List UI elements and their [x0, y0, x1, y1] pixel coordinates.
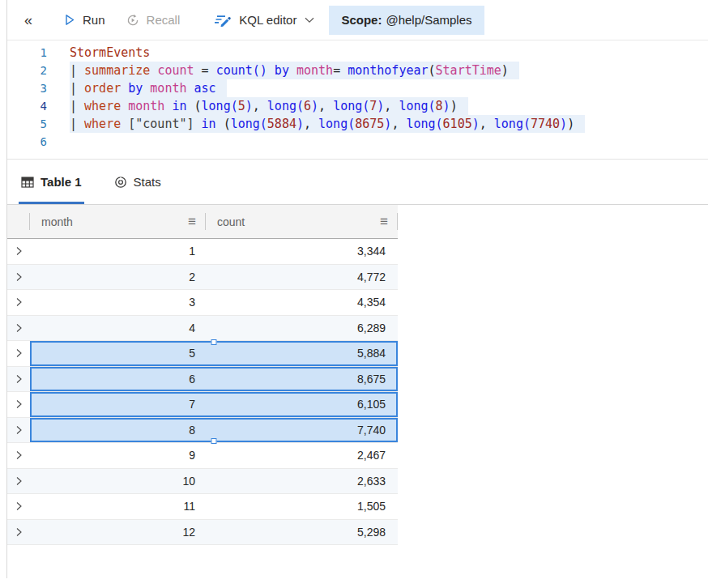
code-token: )	[567, 117, 574, 131]
table-row[interactable]: 34,354	[7, 290, 398, 316]
table-row[interactable]: 102,633	[7, 469, 398, 495]
code-token: long(	[318, 117, 355, 131]
column-menu-icon[interactable]: ≡	[188, 215, 196, 228]
code-token: ,	[318, 99, 333, 113]
row-expand-button[interactable]	[7, 418, 30, 443]
toolbar: « Run Recall	[7, 0, 708, 40]
table-row-selected[interactable]: 87,740	[7, 418, 398, 444]
row-expand-button[interactable]	[7, 316, 30, 341]
row-expand-button[interactable]	[7, 520, 30, 545]
code-token: long(	[231, 117, 267, 131]
kql-editor[interactable]: 1 StormEvents 2 | summarize count = coun…	[7, 40, 708, 160]
scope-chip[interactable]: Scope: @help/Samples	[329, 6, 484, 35]
month-cell[interactable]: 9	[32, 445, 206, 467]
table-row[interactable]: 13,344	[7, 239, 398, 265]
count-cell[interactable]: 7,740	[206, 420, 396, 441]
count-cell[interactable]: 4,772	[206, 266, 396, 288]
run-button[interactable]: Run	[64, 13, 105, 27]
month-cell[interactable]: 7	[32, 394, 206, 415]
tab-table-1[interactable]: Table 1	[21, 160, 82, 204]
column-label: month	[41, 215, 73, 228]
code-token: by	[128, 81, 150, 96]
count-cell[interactable]: 6,105	[206, 394, 396, 415]
row-expand-button[interactable]	[7, 239, 30, 264]
count-column-header[interactable]: count ≡	[206, 205, 398, 238]
count-cell[interactable]: 8,675	[206, 369, 396, 390]
line-number: 2	[7, 62, 47, 79]
editor-line[interactable]: 2 | summarize count = count() by month= …	[7, 62, 708, 79]
count-cell[interactable]: 6,289	[206, 317, 396, 339]
chevron-down-icon	[305, 17, 314, 23]
row-expand-button[interactable]	[7, 290, 30, 315]
count-cell[interactable]: 1,505	[206, 496, 396, 518]
code-token: StartTime	[436, 63, 501, 78]
count-cell[interactable]: 4,354	[206, 292, 396, 313]
table-row[interactable]: 46,289	[7, 316, 398, 342]
editor-line[interactable]: 6	[7, 133, 708, 151]
row-expand-button[interactable]	[7, 443, 30, 468]
tab-label: Table 1	[41, 175, 82, 189]
count-cell[interactable]: 2,467	[206, 445, 396, 467]
month-column-header[interactable]: month ≡	[30, 205, 206, 238]
table-row[interactable]: 125,298	[7, 520, 398, 546]
count-cell[interactable]: 5,884	[206, 343, 396, 364]
row-expand-button[interactable]	[7, 341, 30, 366]
code-token: month	[296, 63, 333, 78]
tab-label: Stats	[134, 175, 161, 189]
code-token: )	[501, 63, 509, 78]
table-row[interactable]: 24,772	[7, 265, 398, 291]
code-token: long(	[494, 117, 531, 131]
count-cell[interactable]: 5,298	[206, 522, 396, 543]
row-expand-button[interactable]	[7, 367, 30, 392]
code-token: ,	[253, 99, 267, 113]
code-token: 7740	[531, 117, 560, 131]
row-expand-button[interactable]	[7, 494, 30, 519]
play-icon	[64, 14, 75, 26]
month-cell[interactable]: 4	[32, 317, 206, 339]
code-token: 8675	[355, 117, 384, 131]
code-token: |	[70, 63, 84, 78]
code-token: )	[377, 99, 384, 113]
table-icon	[21, 176, 34, 189]
count-cell[interactable]: 3,344	[206, 241, 396, 262]
month-cell[interactable]: 10	[32, 471, 206, 492]
scope-value: @help/Samples	[386, 13, 471, 27]
column-menu-icon[interactable]: ≡	[380, 215, 388, 228]
code-text: | where ["count"] in (long(5884), long(8…	[70, 115, 585, 133]
month-cell[interactable]: 3	[32, 292, 206, 313]
month-cell[interactable]: 6	[32, 369, 206, 390]
recall-icon	[126, 14, 139, 27]
editor-line[interactable]: 1 StormEvents	[7, 44, 708, 62]
month-cell[interactable]: 2	[32, 266, 206, 288]
editor-line[interactable]: 5 | where ["count"] in (long(5884), long…	[7, 115, 708, 133]
code-token: )	[443, 99, 450, 113]
recall-button[interactable]: Recall	[126, 13, 181, 27]
month-cell[interactable]: 12	[32, 522, 206, 543]
table-row-selected[interactable]: 55,884	[7, 341, 398, 367]
results-grid: month ≡ count ≡ 13,344 24,772 34,354	[7, 205, 398, 545]
collapse-panel-icon[interactable]: «	[24, 13, 32, 28]
tab-stats[interactable]: Stats	[114, 160, 161, 204]
table-row[interactable]: 92,467	[7, 443, 398, 469]
editor-line[interactable]: 3 | order by month asc	[7, 79, 708, 97]
month-cell[interactable]: 11	[32, 496, 206, 518]
table-row[interactable]: 111,505	[7, 494, 398, 520]
code-text: | summarize count = count() by month= mo…	[70, 62, 519, 79]
code-token: asc	[187, 81, 216, 96]
table-row-selected[interactable]: 68,675	[7, 367, 398, 393]
code-token: ,	[391, 117, 406, 131]
code-token: monthofyear	[348, 63, 428, 78]
kql-editor-menu[interactable]: KQL editor	[214, 13, 314, 27]
row-expand-button[interactable]	[7, 392, 30, 417]
month-cell[interactable]: 5	[32, 343, 206, 364]
code-token: ,	[304, 117, 318, 131]
month-cell[interactable]: 1	[32, 241, 206, 262]
count-cell[interactable]: 2,633	[206, 471, 396, 492]
row-expand-button[interactable]	[7, 469, 30, 494]
table-row-selected[interactable]: 76,105	[7, 392, 398, 418]
code-token: order	[84, 81, 128, 96]
row-expand-button[interactable]	[7, 265, 30, 290]
code-token: long(	[399, 99, 435, 113]
editor-line[interactable]: 4 | where month in (long(5), long(6), lo…	[7, 97, 708, 115]
month-cell[interactable]: 8	[32, 420, 206, 441]
